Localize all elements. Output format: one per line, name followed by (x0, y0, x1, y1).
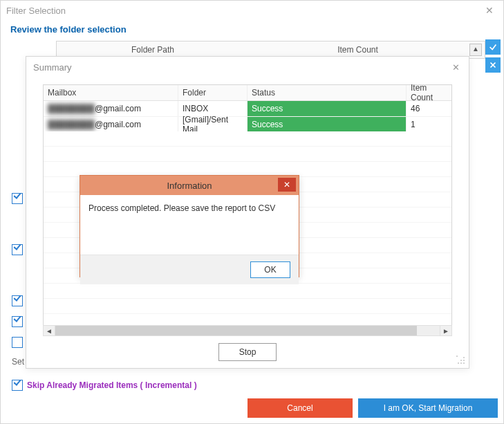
close-icon[interactable]: ✕ (278, 178, 296, 192)
skip-migrated-row: Skip Already Migrated Items ( Incrementa… (12, 380, 197, 391)
cell-status: Success (248, 101, 407, 116)
scroll-left-icon[interactable]: ◄ (43, 325, 55, 336)
ok-button[interactable]: OK (250, 261, 290, 278)
window-title: Filter Selection (6, 6, 481, 16)
cell-mailbox: ████████@gmail.com (44, 101, 178, 116)
scroll-track[interactable] (55, 325, 440, 336)
tree-checkbox[interactable] (12, 337, 23, 348)
stop-button[interactable]: Stop (218, 343, 277, 361)
col-folder[interactable]: Folder (178, 85, 248, 100)
table-row[interactable]: ████████@gmail.com [Gmail]/Sent Mail Suc… (44, 117, 451, 133)
tree-checkbox-column (12, 193, 23, 382)
cancel-button[interactable]: Cancel (248, 398, 353, 418)
table-row[interactable]: ████████@gmail.com INBOX Success 46 (44, 101, 451, 117)
filter-selection-window: Filter Selection ✕ Review the folder sel… (0, 0, 504, 424)
information-title: Information (167, 181, 212, 191)
cell-folder: INBOX (178, 101, 248, 116)
col-mailbox[interactable]: Mailbox (44, 85, 178, 100)
side-toggle-stack (485, 39, 502, 75)
horizontal-scrollbar[interactable]: ◄ ► (43, 325, 452, 336)
tree-checkbox[interactable] (12, 193, 23, 204)
tree-checkbox[interactable] (12, 316, 23, 327)
summary-titlebar: Summary ✕ (26, 57, 469, 77)
cell-status: Success (248, 117, 407, 132)
titlebar: Filter Selection ✕ (1, 1, 503, 20)
scroll-thumb[interactable] (55, 326, 417, 335)
information-dialog: Information ✕ Process completed. Please … (80, 175, 299, 277)
subheader: Review the folder selection (1, 20, 503, 39)
start-migration-button[interactable]: I am OK, Start Migration (358, 398, 498, 418)
close-icon[interactable]: ✕ (449, 62, 462, 73)
summary-grid-header: Mailbox Folder Status Item Count (44, 85, 451, 101)
information-titlebar: Information ✕ (80, 176, 299, 195)
close-icon[interactable]: ✕ (481, 4, 498, 17)
scroll-right-icon[interactable]: ► (440, 325, 452, 336)
resize-grip-icon[interactable] (456, 356, 465, 364)
cell-item-count: 1 (407, 117, 451, 132)
settings-label: Set (12, 357, 24, 367)
folder-path-header: Folder Path (59, 45, 246, 55)
uncheck-all-button[interactable] (485, 57, 501, 73)
col-item-count[interactable]: Item Count (407, 85, 451, 100)
item-count-header: Item Count (246, 45, 469, 55)
check-all-button[interactable] (485, 39, 501, 55)
summary-title: Summary (33, 62, 449, 73)
skip-migrated-label: Skip Already Migrated Items ( Incrementa… (27, 380, 197, 390)
tree-checkbox[interactable] (12, 295, 23, 306)
skip-migrated-checkbox[interactable] (12, 380, 23, 391)
cell-mailbox: ████████@gmail.com (44, 117, 178, 132)
cell-folder: [Gmail]/Sent Mail (178, 117, 248, 132)
col-status[interactable]: Status (248, 85, 407, 100)
bottom-button-bar: Cancel I am OK, Start Migration (248, 398, 498, 418)
information-footer: OK (80, 255, 299, 284)
cell-item-count: 46 (407, 101, 451, 116)
information-message: Process completed. Please save the repor… (80, 195, 299, 255)
scroll-up-icon[interactable]: ▲ (469, 44, 482, 56)
tree-checkbox[interactable] (12, 244, 23, 255)
